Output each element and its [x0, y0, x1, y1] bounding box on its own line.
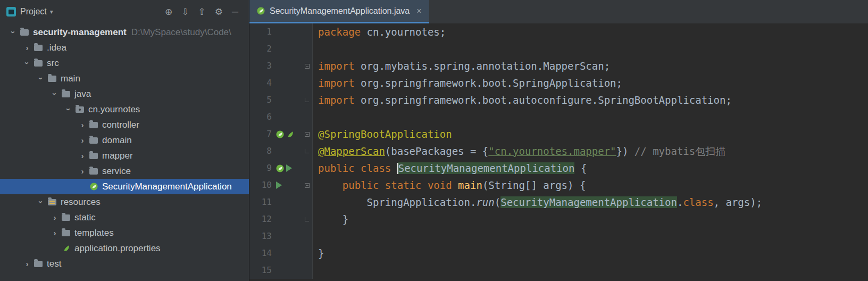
tree-item-label: templates [74, 228, 114, 238]
line-number: 6 [249, 109, 274, 126]
hide-icon[interactable]: ─ [232, 7, 238, 16]
tree-item-mapper[interactable]: ›mapper [0, 148, 249, 163]
editor-tabbar: SecurityManagementApplication.java × [249, 0, 868, 23]
tree-item-resources[interactable]: ›resources [0, 194, 249, 210]
editor-gutter: 5 [249, 92, 313, 109]
project-tool-icon[interactable] [6, 7, 16, 16]
code-line: 2 [249, 40, 868, 57]
tree-item-application-properties[interactable]: application.properties [0, 241, 249, 256]
line-number: 11 [249, 194, 274, 211]
chevron-down-icon[interactable]: › [37, 196, 46, 208]
chevron-right-icon[interactable]: › [21, 259, 33, 268]
editor-gutter: 13 [249, 228, 313, 245]
tree-item-label: mapper [102, 151, 133, 161]
code-text: import org.springframework.boot.SpringAp… [313, 75, 622, 92]
chevron-right-icon[interactable]: › [77, 167, 88, 176]
folder-folder-icon [33, 58, 44, 69]
chevron-right-icon[interactable]: › [77, 136, 88, 145]
tree-item--idea[interactable]: ›.idea [0, 40, 249, 55]
spring-bean-icon[interactable] [276, 164, 284, 172]
locate-icon[interactable]: ⊕ [165, 7, 172, 16]
chevron-right-icon[interactable]: › [21, 43, 33, 52]
folder-folder-icon [61, 212, 71, 223]
editor-tab-active[interactable]: SecurityManagementApplication.java × [249, 0, 429, 23]
editor-gutter: 9 [249, 160, 313, 177]
tree-item-static[interactable]: ›static [0, 210, 249, 225]
fold-marker[interactable] [302, 217, 312, 221]
editor-gutter: 8 [249, 143, 313, 160]
line-number: 14 [249, 245, 274, 262]
code-line: 7@SpringBootApplication [249, 126, 868, 143]
chevron-down-icon[interactable]: › [64, 104, 73, 115]
folder-folder-icon [47, 73, 57, 84]
chevron-down-icon[interactable]: › [37, 73, 46, 85]
editor-gutter: 2 [249, 40, 313, 57]
chevron-down-icon[interactable]: › [9, 27, 18, 38]
line-number: 2 [249, 40, 274, 57]
settings-icon[interactable]: ⚙ [215, 7, 223, 16]
editor-gutter: 12 [249, 211, 313, 228]
spring-bean-icon[interactable] [276, 130, 284, 138]
spring-config-icon [61, 243, 71, 254]
project-toolbar: ⊕⇩⇧⚙─ [165, 7, 238, 16]
project-folder-icon [19, 27, 30, 38]
fold-marker[interactable] [302, 183, 312, 188]
editor-gutter: 6 [249, 109, 313, 126]
tree-item-security-management[interactable]: ›security-managementD:\MySpace\study\Cod… [0, 24, 249, 40]
tree-item-controller[interactable]: ›controller [0, 117, 249, 133]
fold-marker[interactable] [302, 98, 312, 102]
ide-window: Project ▾ ⊕⇩⇧⚙─ ›security-managementD:\M… [0, 0, 868, 281]
chevron-right-icon[interactable]: › [77, 120, 88, 129]
code-line: 4import org.springframework.boot.SpringA… [249, 75, 868, 92]
gutter-icons [274, 164, 302, 172]
tree-item-domain[interactable]: ›domain [0, 133, 249, 148]
code-text: SpringApplication.run(SecurityManagement… [313, 194, 762, 211]
package-folder-icon [74, 104, 85, 115]
fold-marker[interactable] [302, 132, 312, 137]
chevron-down-icon[interactable]: › [51, 88, 60, 100]
tree-item-securitymanagementapplication[interactable]: SecurityManagementApplication [0, 179, 249, 194]
code-line: 15 [249, 262, 868, 279]
tree-item-src[interactable]: ›src [0, 55, 249, 71]
project-panel-title[interactable]: Project [20, 7, 47, 16]
line-number: 9 [249, 160, 274, 177]
fold-marker[interactable] [302, 64, 312, 69]
tree-item-label: application.properties [74, 243, 161, 254]
code-line: 8@MapperScan(basePackages = {"cn.yournot… [249, 143, 868, 160]
tree-item-java[interactable]: ›java [0, 86, 249, 102]
code-editor[interactable]: 1package cn.yournotes;23import org.mybat… [249, 23, 868, 281]
expand-all-icon[interactable]: ⇩ [181, 7, 189, 16]
tree-item-cn-yournotes[interactable]: ›cn.yournotes [0, 102, 249, 117]
tree-item-main[interactable]: ›main [0, 71, 249, 86]
chevron-right-icon[interactable]: › [49, 228, 61, 237]
folder-folder-icon [88, 166, 99, 177]
editor-area: SecurityManagementApplication.java × 1pa… [249, 0, 868, 281]
tree-item-label: java [74, 89, 91, 100]
project-panel-header: Project ▾ ⊕⇩⇧⚙─ [0, 0, 249, 23]
tree-item-templates[interactable]: ›templates [0, 225, 249, 241]
code-line: 3import org.mybatis.spring.annotation.Ma… [249, 57, 868, 75]
tree-item-service[interactable]: ›service [0, 163, 249, 179]
code-text: } [313, 245, 324, 262]
chevron-down-icon[interactable]: ▾ [50, 8, 53, 15]
folder-folder-icon [88, 151, 99, 161]
tree-item-label: test [47, 259, 61, 269]
code-line: 12 } [249, 211, 868, 228]
folder-folder-icon [61, 228, 71, 238]
line-number: 13 [249, 228, 274, 245]
run-icon[interactable] [286, 164, 292, 172]
spring-leaf-icon[interactable] [286, 130, 294, 138]
close-icon[interactable]: × [416, 6, 421, 16]
chevron-down-icon[interactable]: › [23, 57, 32, 69]
tree-item-test[interactable]: ›test [0, 256, 249, 271]
code-line: 10 public static void main(String[] args… [249, 177, 868, 194]
tree-item-label: resources [61, 197, 101, 208]
folder-folder-icon [33, 259, 44, 269]
editor-gutter: 15 [249, 262, 313, 279]
tree-item-label: domain [102, 135, 132, 146]
run-icon[interactable] [276, 181, 282, 189]
collapse-all-icon[interactable]: ⇧ [198, 7, 205, 16]
chevron-right-icon[interactable]: › [77, 151, 88, 160]
fold-marker[interactable] [302, 149, 312, 153]
chevron-right-icon[interactable]: › [49, 213, 61, 222]
